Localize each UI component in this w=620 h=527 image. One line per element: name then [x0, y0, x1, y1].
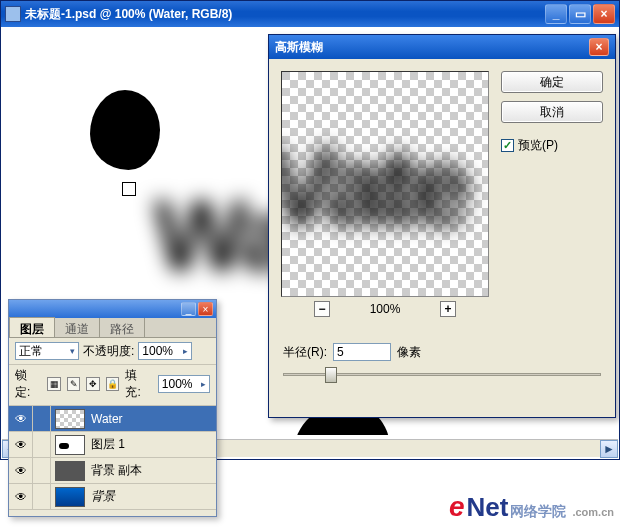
visibility-eye-icon[interactable]: 👁 — [9, 432, 33, 457]
radius-input[interactable] — [333, 343, 391, 361]
zoom-out-button[interactable]: − — [314, 301, 330, 317]
layers-list: 👁Water👁图层 1👁背景 副本👁背景 — [9, 406, 216, 510]
app-icon — [5, 6, 21, 22]
preview-checkbox-label: 预览(P) — [518, 137, 558, 154]
blob-shape-1 — [90, 90, 160, 170]
tab-channels[interactable]: 通道 — [55, 318, 100, 337]
dialog-titlebar[interactable]: 高斯模糊 × — [269, 35, 615, 59]
visibility-eye-icon[interactable]: 👁 — [9, 406, 33, 431]
blend-mode-select[interactable]: 正常 ▾ — [15, 342, 79, 360]
opacity-input[interactable]: 100% ▸ — [138, 342, 192, 360]
layer-thumbnail[interactable] — [55, 461, 85, 481]
visibility-eye-icon[interactable]: 👁 — [9, 484, 33, 509]
tab-layers[interactable]: 图层 — [9, 317, 55, 337]
visibility-eye-icon[interactable]: 👁 — [9, 458, 33, 483]
radius-slider[interactable] — [283, 365, 601, 385]
opacity-value: 100% — [142, 344, 173, 358]
selection-handle[interactable] — [122, 182, 136, 196]
lock-paint-icon[interactable]: ✎ — [67, 377, 81, 391]
opacity-label: 不透明度: — [83, 343, 134, 360]
radius-unit: 像素 — [397, 344, 421, 361]
layer-row[interactable]: 👁图层 1 — [9, 432, 216, 458]
close-button[interactable]: × — [593, 4, 615, 24]
dialog-title: 高斯模糊 — [275, 39, 589, 56]
layer-name: 背景 — [89, 488, 216, 505]
minimize-button[interactable]: _ — [545, 4, 567, 24]
fill-label: 填充: — [125, 367, 151, 401]
chevron-right-icon: ▸ — [201, 379, 206, 389]
cancel-button[interactable]: 取消 — [501, 101, 603, 123]
maximize-button[interactable]: ▭ — [569, 4, 591, 24]
tab-paths[interactable]: 路径 — [100, 318, 145, 337]
layer-row[interactable]: 👁背景 — [9, 484, 216, 510]
lock-transparency-icon[interactable]: ▦ — [47, 377, 61, 391]
link-column[interactable] — [33, 458, 51, 483]
layer-name: 图层 1 — [89, 436, 216, 453]
fill-input[interactable]: 100% ▸ — [158, 375, 210, 393]
zoom-in-button[interactable]: + — [440, 301, 456, 317]
main-titlebar[interactable]: 未标题-1.psd @ 100% (Water, RGB/8) _ ▭ × — [1, 1, 619, 27]
slider-thumb[interactable] — [325, 367, 337, 383]
preview-checkbox[interactable]: ✓ — [501, 139, 514, 152]
preview-area[interactable]: Vate — [281, 71, 489, 297]
layer-thumbnail[interactable] — [55, 487, 85, 507]
panel-titlebar[interactable]: _ × — [9, 300, 216, 318]
fill-value: 100% — [162, 377, 193, 391]
scroll-right-button[interactable]: ► — [600, 440, 618, 458]
dialog-close-button[interactable]: × — [589, 38, 609, 56]
layer-row[interactable]: 👁背景 副本 — [9, 458, 216, 484]
chevron-right-icon: ▸ — [183, 346, 188, 356]
panel-close-button[interactable]: × — [198, 302, 213, 316]
panel-tabs: 图层 通道 路径 — [9, 318, 216, 338]
layer-row[interactable]: 👁Water — [9, 406, 216, 432]
layer-thumbnail[interactable] — [55, 435, 85, 455]
ok-button[interactable]: 确定 — [501, 71, 603, 93]
layers-panel: _ × 图层 通道 路径 正常 ▾ 不透明度: 100% ▸ 锁定: ▦ ✎ ✥… — [8, 299, 217, 517]
lock-move-icon[interactable]: ✥ — [86, 377, 100, 391]
radius-label: 半径(R): — [283, 344, 327, 361]
link-column[interactable] — [33, 406, 51, 431]
layer-thumbnail[interactable] — [55, 409, 85, 429]
link-column[interactable] — [33, 432, 51, 457]
layer-name: 背景 副本 — [89, 462, 216, 479]
gaussian-blur-dialog: 高斯模糊 × Vate − 100% + 确定 取消 ✓ 预览(P) 半径(R)… — [268, 34, 616, 418]
chevron-down-icon: ▾ — [70, 346, 75, 356]
window-title: 未标题-1.psd @ 100% (Water, RGB/8) — [25, 6, 545, 23]
panel-minimize-button[interactable]: _ — [181, 302, 196, 316]
blend-mode-value: 正常 — [19, 343, 43, 360]
preview-text: Vate — [281, 122, 466, 249]
link-column[interactable] — [33, 484, 51, 509]
lock-all-icon[interactable]: 🔒 — [106, 377, 120, 391]
zoom-percent: 100% — [360, 302, 410, 316]
watermark: e Net 网络学院 .com.cn — [449, 491, 614, 523]
layer-name: Water — [89, 412, 216, 426]
lock-label: 锁定: — [15, 367, 41, 401]
